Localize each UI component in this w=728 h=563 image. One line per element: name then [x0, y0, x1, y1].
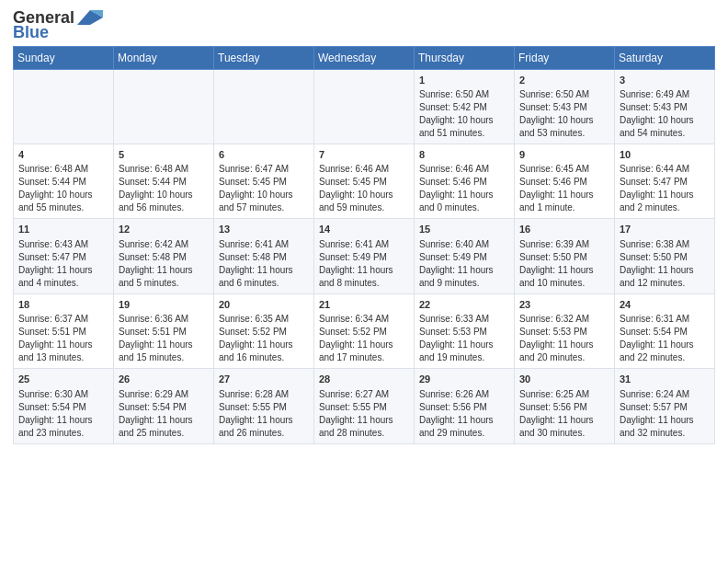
cell-content: and 29 minutes. [419, 427, 510, 440]
day-number: 8 [419, 148, 510, 162]
day-number: 20 [219, 298, 310, 312]
cell-content: Sunset: 5:45 PM [219, 176, 310, 189]
day-number: 1 [419, 74, 510, 87]
cell-content: and 8 minutes. [319, 277, 410, 290]
cell-content: Sunrise: 6:41 AM [319, 238, 410, 251]
cell-content: Sunrise: 6:50 AM [519, 88, 610, 101]
cell-content: and 17 minutes. [319, 351, 410, 364]
calendar-cell: 20Sunrise: 6:35 AMSunset: 5:52 PMDayligh… [214, 293, 314, 368]
cell-content: Sunrise: 6:41 AM [219, 238, 310, 251]
calendar-cell: 28Sunrise: 6:27 AMSunset: 5:55 PMDayligh… [314, 369, 415, 443]
calendar-cell: 8Sunrise: 6:46 AMSunset: 5:46 PMDaylight… [415, 144, 515, 218]
cell-content: and 16 minutes. [219, 351, 310, 364]
cell-content: and 30 minutes. [519, 427, 610, 440]
calendar-cell: 11Sunrise: 6:43 AMSunset: 5:47 PMDayligh… [14, 219, 114, 293]
calendar-cell: 19Sunrise: 6:36 AMSunset: 5:51 PMDayligh… [114, 293, 214, 368]
col-header-tuesday: Tuesday [214, 46, 314, 69]
calendar-cell: 27Sunrise: 6:28 AMSunset: 5:55 PMDayligh… [214, 369, 314, 443]
day-number: 24 [620, 298, 711, 312]
cell-content: Sunrise: 6:26 AM [419, 388, 510, 401]
cell-content: Sunset: 5:50 PM [620, 251, 711, 264]
cell-content: Daylight: 11 hours [319, 414, 410, 427]
cell-content: Sunset: 5:55 PM [219, 401, 310, 414]
cell-content: and 0 minutes. [419, 201, 510, 214]
calendar-cell: 21Sunrise: 6:34 AMSunset: 5:52 PMDayligh… [314, 293, 415, 368]
cell-content: and 57 minutes. [219, 201, 310, 214]
cell-content: Sunrise: 6:36 AM [119, 313, 210, 326]
cell-content: Sunrise: 6:27 AM [319, 388, 410, 401]
calendar-cell [214, 69, 314, 144]
cell-content: Sunrise: 6:45 AM [519, 163, 610, 176]
header-row: SundayMondayTuesdayWednesdayThursdayFrid… [14, 46, 715, 69]
calendar-cell: 13Sunrise: 6:41 AMSunset: 5:48 PMDayligh… [214, 219, 314, 293]
cell-content: and 32 minutes. [620, 427, 711, 440]
cell-content: Sunrise: 6:40 AM [419, 238, 510, 251]
day-number: 6 [219, 148, 310, 162]
cell-content: Sunset: 5:53 PM [419, 326, 510, 339]
cell-content: Daylight: 11 hours [219, 414, 310, 427]
cell-content: and 15 minutes. [119, 351, 210, 364]
day-number: 10 [620, 148, 711, 162]
cell-content: Daylight: 11 hours [119, 264, 210, 277]
cell-content: Sunrise: 6:24 AM [620, 388, 711, 401]
calendar-cell: 2Sunrise: 6:50 AMSunset: 5:43 PMDaylight… [515, 69, 615, 144]
cell-content: Sunset: 5:43 PM [519, 101, 610, 114]
day-number: 2 [519, 74, 610, 87]
cell-content: and 20 minutes. [519, 351, 610, 364]
cell-content: Daylight: 10 hours [620, 114, 711, 127]
cell-content: Sunrise: 6:44 AM [620, 163, 711, 176]
cell-content: Sunset: 5:49 PM [419, 251, 510, 264]
cell-content: and 12 minutes. [620, 277, 711, 290]
cell-content: Sunrise: 6:28 AM [219, 388, 310, 401]
cell-content: Sunrise: 6:38 AM [620, 238, 711, 251]
cell-content: Sunrise: 6:35 AM [219, 313, 310, 326]
cell-content: Sunset: 5:44 PM [119, 176, 210, 189]
day-number: 7 [319, 148, 410, 162]
cell-content: and 23 minutes. [18, 427, 109, 440]
logo-text-blue: Blue [13, 24, 49, 42]
cell-content: Daylight: 11 hours [620, 339, 711, 351]
day-number: 5 [119, 148, 210, 162]
week-row-3: 11Sunrise: 6:43 AMSunset: 5:47 PMDayligh… [14, 219, 715, 293]
cell-content: and 55 minutes. [18, 201, 109, 214]
calendar-cell: 7Sunrise: 6:46 AMSunset: 5:45 PMDaylight… [314, 144, 415, 218]
calendar-cell: 15Sunrise: 6:40 AMSunset: 5:49 PMDayligh… [415, 219, 515, 293]
calendar-cell: 31Sunrise: 6:24 AMSunset: 5:57 PMDayligh… [615, 369, 715, 443]
cell-content: Sunrise: 6:46 AM [319, 163, 410, 176]
cell-content: Daylight: 11 hours [419, 264, 510, 277]
calendar-cell: 22Sunrise: 6:33 AMSunset: 5:53 PMDayligh… [415, 293, 515, 368]
cell-content: Daylight: 11 hours [620, 189, 711, 201]
cell-content: Sunset: 5:57 PM [620, 401, 711, 414]
cell-content: Sunrise: 6:50 AM [419, 88, 510, 101]
day-number: 21 [319, 298, 410, 312]
cell-content: Daylight: 11 hours [519, 189, 610, 201]
calendar-cell: 5Sunrise: 6:48 AMSunset: 5:44 PMDaylight… [114, 144, 214, 218]
cell-content: Sunset: 5:49 PM [319, 251, 410, 264]
cell-content: Daylight: 10 hours [519, 114, 610, 127]
cell-content: Daylight: 10 hours [119, 189, 210, 201]
calendar-cell: 4Sunrise: 6:48 AMSunset: 5:44 PMDaylight… [14, 144, 114, 218]
cell-content: Daylight: 11 hours [519, 339, 610, 351]
calendar-cell: 14Sunrise: 6:41 AMSunset: 5:49 PMDayligh… [314, 219, 415, 293]
cell-content: Daylight: 11 hours [319, 264, 410, 277]
day-number: 16 [519, 223, 610, 236]
cell-content: Sunset: 5:50 PM [519, 251, 610, 264]
cell-content: and 4 minutes. [18, 277, 109, 290]
cell-content: Sunset: 5:56 PM [519, 401, 610, 414]
cell-content: and 56 minutes. [119, 201, 210, 214]
cell-content: Daylight: 11 hours [419, 189, 510, 201]
calendar-cell: 16Sunrise: 6:39 AMSunset: 5:50 PMDayligh… [515, 219, 615, 293]
cell-content: Daylight: 10 hours [419, 114, 510, 127]
cell-content: Sunrise: 6:30 AM [18, 388, 109, 401]
week-row-5: 25Sunrise: 6:30 AMSunset: 5:54 PMDayligh… [14, 369, 715, 443]
cell-content: Sunset: 5:44 PM [18, 176, 109, 189]
cell-content: Daylight: 11 hours [119, 339, 210, 351]
cell-content: Daylight: 11 hours [18, 264, 109, 277]
cell-content: and 9 minutes. [419, 277, 510, 290]
cell-content: Sunrise: 6:29 AM [119, 388, 210, 401]
day-number: 12 [119, 223, 210, 236]
cell-content: and 26 minutes. [219, 427, 310, 440]
cell-content: Daylight: 11 hours [620, 264, 711, 277]
cell-content: Daylight: 10 hours [219, 189, 310, 201]
cell-content: Sunset: 5:42 PM [419, 101, 510, 114]
